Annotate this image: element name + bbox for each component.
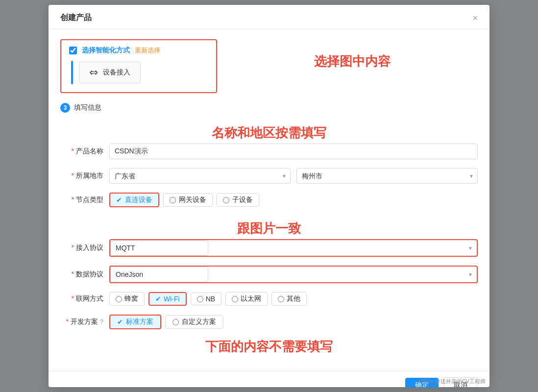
fill-info-header: 3 填写信息: [60, 103, 478, 113]
bottom-annotation: 下面的内容不需要填写: [60, 338, 478, 355]
dev-plan-option-label-0: 标准方案: [126, 318, 153, 326]
network-control: 蜂窝 ✔ Wi-Fi NB 以太网: [109, 292, 478, 306]
node-option-0[interactable]: ✔ 直连设备: [109, 193, 159, 207]
protocol-control: MQTT ▼: [109, 239, 478, 257]
net-option-2[interactable]: NB: [191, 293, 221, 305]
dev-plan-option-label-1: 自定义方案: [182, 318, 216, 326]
protocol-select[interactable]: MQTT: [110, 240, 208, 256]
city-row: 所属地市 广东省 ▼ 梅州市 ▼: [60, 168, 478, 184]
node-option-label-2: 子设备: [232, 196, 253, 204]
net-option-4[interactable]: 其他: [271, 292, 307, 306]
net-option-0[interactable]: 蜂窝: [109, 292, 145, 306]
watermark: CSDN @送外卖的CV工程师: [418, 378, 486, 385]
node-type-control: ✔ 直连设备 网关设备 子设备: [109, 193, 478, 207]
net-option-3[interactable]: 以太网: [225, 292, 268, 306]
network-row: 联网方式 蜂窝 ✔ Wi-Fi NB: [60, 292, 478, 306]
protocol-label: 接入协议: [60, 244, 109, 252]
dev-plan-option-1[interactable]: 自定义方案: [165, 315, 223, 329]
data-protocol-dropdown-arrow: ▼: [468, 272, 473, 277]
protocol-dropdown-arrow: ▼: [468, 245, 473, 251]
net-option-1[interactable]: ✔ Wi-Fi: [148, 292, 187, 306]
step1-right: 选择图中内容: [227, 39, 478, 72]
create-product-modal: 创建产品 × 选择智能化方式 重新选择: [49, 5, 489, 387]
net-radio-0[interactable]: [116, 296, 122, 302]
step1-annotation: 选择图中内容: [314, 49, 391, 72]
blue-bar: [71, 61, 73, 84]
protocol-select-wrap: MQTT ▼: [109, 239, 478, 257]
step1-checkbox[interactable]: [69, 47, 77, 54]
dev-plan-question-icon[interactable]: ?: [100, 318, 103, 325]
province-select[interactable]: 广东省: [109, 168, 291, 184]
dev-plan-row: 开发方案 ? ✔ 标准方案 自定义方案: [60, 315, 478, 329]
device-icon: ⇔: [89, 66, 98, 79]
device-card[interactable]: ⇔ 设备接入: [79, 62, 141, 83]
device-card-area: ⇔ 设备接入: [69, 61, 208, 84]
reset-link[interactable]: 重新选择: [135, 46, 160, 55]
province-select-wrap: 广东省 ▼: [109, 168, 291, 184]
net-option-label-1: Wi-Fi: [164, 295, 180, 303]
dev-plan-control: ✔ 标准方案 自定义方案: [109, 315, 478, 329]
node-option-label-1: 网关设备: [179, 196, 206, 204]
modal-overlay: 创建产品 × 选择智能化方式 重新选择: [0, 0, 538, 392]
net-option-label-0: 蜂窝: [124, 294, 138, 303]
net-option-label-2: NB: [206, 295, 215, 303]
node-type-label: 节点类型: [60, 196, 109, 204]
step1-left: 选择智能化方式 重新选择 ⇔ 设备接入: [60, 39, 217, 103]
product-name-row: 产品名称: [60, 144, 478, 159]
dev-plan-options-group: ✔ 标准方案 自定义方案: [109, 315, 478, 329]
node-option-label-0: 直连设备: [125, 196, 152, 204]
dev-plan-check-icon-0: ✔: [117, 318, 123, 326]
product-name-label: 产品名称: [60, 147, 109, 156]
city-select-wrap: 梅州市 ▼: [296, 168, 478, 184]
node-option-2[interactable]: 子设备: [217, 193, 259, 207]
modal-title: 创建产品: [60, 13, 92, 23]
net-option-label-4: 其他: [287, 294, 300, 303]
step1-section: 选择智能化方式 重新选择 ⇔ 设备接入: [60, 39, 217, 93]
node-option-1[interactable]: 网关设备: [163, 193, 213, 207]
data-protocol-select[interactable]: OneJson: [110, 267, 208, 282]
device-card-label: 设备接入: [103, 68, 130, 77]
node-type-radio-group: ✔ 直连设备 网关设备 子设备: [109, 193, 478, 207]
data-protocol-select-wrap: OneJson ▼: [109, 266, 478, 283]
data-protocol-label: 数据协议: [60, 270, 109, 279]
product-name-input[interactable]: [109, 144, 478, 159]
close-icon[interactable]: ×: [472, 14, 478, 23]
step1-header: 选择智能化方式 重新选择: [69, 46, 208, 55]
step1-layout: 选择智能化方式 重新选择 ⇔ 设备接入 选择图中内容: [60, 39, 478, 103]
annotation-names-region: 名称和地区按需填写: [60, 121, 478, 144]
step1-label: 选择智能化方式: [82, 46, 130, 55]
product-name-control: [109, 144, 478, 159]
node-radio-2[interactable]: [223, 197, 229, 203]
data-protocol-row: 数据协议 OneJson ▼: [60, 266, 478, 283]
city-control: 广东省 ▼ 梅州市 ▼: [109, 168, 478, 184]
modal-body: 选择智能化方式 重新选择 ⇔ 设备接入 选择图中内容: [49, 29, 489, 371]
modal-header: 创建产品 ×: [49, 5, 489, 29]
network-options-group: 蜂窝 ✔ Wi-Fi NB 以太网: [109, 292, 478, 306]
city-label: 所属地市: [60, 172, 109, 180]
node-radio-1[interactable]: [170, 197, 176, 203]
node-type-row: 节点类型 ✔ 直连设备 网关设备 子设备: [60, 193, 478, 207]
net-radio-2[interactable]: [197, 296, 203, 302]
net-radio-4[interactable]: [278, 296, 284, 302]
network-label: 联网方式: [60, 294, 109, 303]
step3-label: 填写信息: [74, 103, 101, 112]
city-select[interactable]: 梅州市: [296, 168, 478, 184]
dev-plan-radio-1[interactable]: [172, 319, 179, 325]
net-check-icon-1: ✔: [155, 295, 161, 303]
dev-plan-label: 开发方案 ?: [60, 318, 109, 326]
dev-plan-option-0[interactable]: ✔ 标准方案: [109, 315, 161, 329]
annotation-follow-region: 跟图片一致: [60, 216, 478, 239]
data-protocol-control: OneJson ▼: [109, 266, 478, 283]
step3-badge: 3: [60, 103, 70, 113]
net-radio-3[interactable]: [232, 296, 238, 302]
protocol-row: 接入协议 MQTT ▼: [60, 239, 478, 257]
node-check-icon-0: ✔: [116, 196, 122, 204]
net-option-label-3: 以太网: [241, 294, 261, 303]
